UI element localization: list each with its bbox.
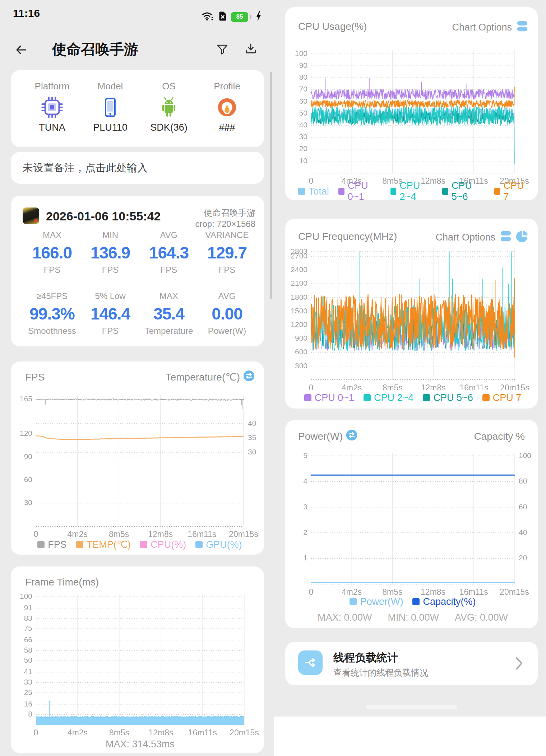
legend-item-cpu-2-4[interactable]: CPU 2~4 bbox=[390, 180, 433, 202]
scrollbar-thumb[interactable] bbox=[270, 72, 272, 299]
device-item-label: Platform bbox=[25, 81, 79, 92]
stat-label: VARIANCE bbox=[200, 230, 254, 240]
legend-item-gpu-[interactable]: GPU(%) bbox=[195, 539, 242, 550]
stat-value: 35.4 bbox=[142, 304, 196, 323]
legend-item-cpu-2-4[interactable]: CPU 2~4 bbox=[364, 392, 413, 403]
thread-card-title: 线程负载统计 bbox=[333, 650, 398, 665]
frame-max-caption: MAX: 314.53ms bbox=[36, 739, 244, 750]
legend-label: TEMP(℃) bbox=[87, 539, 131, 550]
stat-label: AVG bbox=[200, 291, 254, 301]
power-stat: AVG: 0.00W bbox=[455, 612, 508, 623]
legend-label: CPU 7 bbox=[493, 392, 522, 403]
session-app-info: 使命召唤手游 crop: 720×1568 bbox=[195, 207, 255, 229]
device-item-value: PLU110 bbox=[83, 122, 137, 133]
legend-label: Power(W) bbox=[360, 596, 403, 607]
device-item-value: ### bbox=[200, 122, 254, 133]
device-item-value: SDK(36) bbox=[142, 122, 196, 133]
thread-branch-icon bbox=[298, 650, 323, 675]
legend-item-power-w-[interactable]: Power(W) bbox=[350, 596, 403, 607]
device-item-label: OS bbox=[142, 81, 196, 92]
next-card-blank bbox=[274, 717, 546, 756]
stat-value: 166.0 bbox=[25, 243, 79, 262]
legend-item-cpu-7[interactable]: CPU 7 bbox=[494, 180, 527, 202]
battery-indicator: 85 bbox=[231, 12, 248, 22]
legend-swatch bbox=[390, 188, 397, 195]
cpu-frequency-canvas bbox=[285, 219, 538, 390]
freq-legend: CPU 0~1CPU 2~4CPU 5~6CPU 7 bbox=[298, 392, 527, 404]
stat-variance-fps: VARIANCE129.7FPS bbox=[200, 230, 254, 275]
device-item-label: Profile bbox=[200, 81, 254, 92]
stat-value: 146.4 bbox=[83, 304, 137, 323]
power-stat: MAX: 0.00W bbox=[318, 612, 372, 623]
stat--45fps-smoothness: ≥45FPS99.3%Smoothness bbox=[25, 291, 79, 336]
legend-item-fps[interactable]: FPS bbox=[37, 539, 67, 550]
stat-value: 136.9 bbox=[83, 243, 137, 262]
stat-5-low-fps: 5% Low146.4FPS bbox=[83, 291, 137, 336]
chip-icon bbox=[25, 96, 79, 119]
legend-item-cpu-5-6[interactable]: CPU 5~6 bbox=[442, 180, 485, 202]
stat-max-fps: MAX166.0FPS bbox=[25, 230, 79, 275]
session-card: 2026-01-06 10:55:42 使命召唤手游 crop: 720×156… bbox=[11, 196, 264, 346]
legend-item-cpu-7[interactable]: CPU 7 bbox=[482, 392, 522, 403]
stat-max-temperature: MAX35.4Temperature bbox=[142, 291, 196, 336]
legend-swatch bbox=[350, 598, 357, 605]
cpu-usage-canvas bbox=[285, 7, 538, 188]
fps-chart-canvas bbox=[11, 361, 264, 541]
filter-icon[interactable] bbox=[216, 43, 228, 56]
legend-item-cpu-[interactable]: CPU(%) bbox=[140, 539, 186, 550]
legend-item-total[interactable]: Total bbox=[298, 186, 329, 197]
device-item-value: TUNA bbox=[25, 122, 79, 133]
legend-item-temp-[interactable]: TEMP(℃) bbox=[76, 539, 131, 550]
legend-swatch bbox=[304, 394, 311, 401]
stat-unit: FPS bbox=[25, 265, 79, 275]
power-canvas bbox=[285, 420, 538, 595]
stat-unit: Temperature bbox=[142, 326, 196, 336]
power-legend: Power(W)Capacity(%) bbox=[298, 596, 527, 608]
download-icon[interactable] bbox=[244, 43, 257, 56]
stat-unit: FPS bbox=[200, 265, 254, 275]
legend-swatch bbox=[140, 541, 147, 548]
legend-item-cpu-5-6[interactable]: CPU 5~6 bbox=[423, 392, 473, 403]
legend-swatch bbox=[412, 598, 420, 605]
session-app-name: 使命召唤手游 bbox=[195, 207, 255, 218]
stat-min-fps: MIN136.9FPS bbox=[83, 230, 137, 275]
fps-legend: FPSTEMP(℃)CPU(%)GPU(%) bbox=[36, 538, 244, 551]
legend-swatch bbox=[195, 541, 203, 548]
power-stats: MAX: 0.00WMIN: 0.00WAVG: 0.00W bbox=[298, 612, 527, 623]
device-item-model: ModelPLU110 bbox=[83, 81, 137, 133]
page-title: 使命召唤手游 bbox=[52, 39, 138, 59]
legend-item-capacity-[interactable]: Capacity(%) bbox=[412, 596, 476, 607]
game-app-icon bbox=[23, 207, 39, 224]
device-item-profile: Profile### bbox=[200, 81, 254, 133]
profile-icon bbox=[200, 96, 254, 119]
frame-time-canvas bbox=[11, 566, 264, 735]
cpu-usage-card: CPU Usage(%) Chart Options bbox=[285, 7, 538, 200]
chevron-right-icon[interactable] bbox=[515, 656, 523, 672]
wifi-icon bbox=[202, 11, 214, 23]
power-stat: MIN: 0.00W bbox=[388, 612, 439, 623]
stat-unit: FPS bbox=[83, 265, 137, 275]
stat-unit: Power(W) bbox=[200, 326, 254, 336]
frame-time-card: Frame Time(ms) MAX: 314.53ms bbox=[11, 566, 264, 753]
stat-value: 129.7 bbox=[200, 243, 254, 262]
device-item-os: OSSDK(36) bbox=[142, 81, 196, 133]
battery-nub bbox=[250, 15, 251, 19]
stat-label: MAX bbox=[25, 230, 79, 240]
back-icon[interactable] bbox=[14, 43, 28, 57]
scroll-handle bbox=[366, 705, 457, 709]
sim-missing-icon bbox=[219, 11, 226, 22]
stat-unit: Smoothness bbox=[25, 326, 79, 336]
thread-card-subtitle: 查看统计的线程负载情况 bbox=[333, 667, 428, 678]
thread-load-card[interactable]: 线程负载统计 查看统计的线程负载情况 bbox=[285, 642, 538, 685]
stat-label: MAX bbox=[142, 291, 196, 301]
legend-label: CPU 0~1 bbox=[315, 392, 354, 403]
legend-label: CPU 5~6 bbox=[433, 392, 473, 403]
legend-swatch bbox=[364, 394, 371, 401]
legend-label: FPS bbox=[48, 539, 67, 550]
stat-unit: FPS bbox=[83, 326, 137, 336]
stat-label: ≥45FPS bbox=[25, 291, 79, 301]
legend-item-cpu-0-1[interactable]: CPU 0~1 bbox=[304, 392, 354, 403]
legend-item-cpu-0-1[interactable]: CPU 0~1 bbox=[338, 180, 381, 202]
note-card[interactable]: 未设置备注，点击此处输入 bbox=[11, 152, 264, 184]
legend-swatch bbox=[442, 188, 448, 195]
